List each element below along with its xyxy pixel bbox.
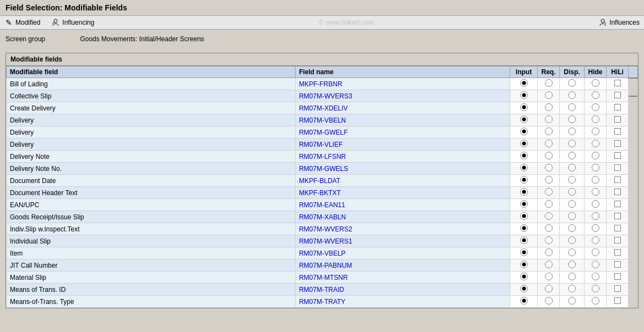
input-radio[interactable] (520, 285, 528, 292)
input-radio-cell[interactable] (510, 296, 538, 308)
hide-radio-cell[interactable] (585, 90, 607, 102)
req-radio[interactable] (545, 103, 553, 111)
hide-radio-cell[interactable] (585, 151, 607, 163)
hili-checkbox[interactable] (614, 285, 621, 292)
hili-checkbox[interactable] (614, 261, 621, 268)
hili-checkbox[interactable] (614, 80, 621, 86)
disp-radio-cell[interactable] (560, 223, 585, 235)
input-radio[interactable] (520, 91, 528, 99)
disp-radio-cell[interactable] (560, 78, 585, 90)
disp-radio-cell[interactable] (560, 235, 585, 247)
req-radio[interactable] (545, 248, 553, 256)
hide-radio-cell[interactable] (585, 102, 607, 114)
hili-checkbox[interactable] (614, 237, 621, 244)
disp-radio-cell[interactable] (560, 175, 585, 187)
hili-checkbox-cell[interactable] (607, 223, 629, 235)
hili-checkbox-cell[interactable] (607, 259, 629, 272)
disp-radio[interactable] (568, 188, 576, 196)
req-radio-cell[interactable] (538, 199, 560, 211)
hide-radio-cell[interactable] (585, 78, 607, 90)
input-radio-cell[interactable] (510, 151, 538, 163)
toolbar-influences[interactable]: Influences (598, 18, 640, 27)
hide-radio-cell[interactable] (585, 175, 607, 187)
input-radio[interactable] (520, 152, 528, 159)
toolbar-influencing[interactable]: Influencing (51, 18, 94, 27)
hili-checkbox-cell[interactable] (607, 126, 629, 139)
hili-checkbox[interactable] (614, 249, 621, 256)
req-radio[interactable] (545, 128, 553, 135)
hide-radio-cell[interactable] (585, 199, 607, 211)
input-radio[interactable] (520, 236, 528, 244)
req-radio-cell[interactable] (538, 139, 560, 151)
req-radio[interactable] (545, 212, 553, 220)
req-radio[interactable] (545, 140, 553, 147)
req-radio-cell[interactable] (538, 235, 560, 247)
hili-checkbox-cell[interactable] (607, 175, 629, 187)
input-radio-cell[interactable] (510, 211, 538, 223)
hili-checkbox[interactable] (614, 176, 621, 183)
hili-checkbox-cell[interactable] (607, 151, 629, 163)
disp-radio[interactable] (568, 297, 576, 305)
disp-radio-cell[interactable] (560, 139, 585, 151)
hide-radio-cell[interactable] (585, 187, 607, 199)
disp-radio[interactable] (568, 200, 576, 208)
hili-checkbox[interactable] (614, 128, 621, 135)
disp-radio-cell[interactable] (560, 187, 585, 199)
hili-checkbox[interactable] (614, 189, 621, 195)
disp-radio[interactable] (568, 212, 576, 220)
hide-radio[interactable] (592, 103, 599, 111)
hide-radio-cell[interactable] (585, 247, 607, 259)
hili-checkbox[interactable] (614, 140, 621, 147)
hili-checkbox[interactable] (614, 152, 621, 159)
hili-checkbox-cell[interactable] (607, 163, 629, 175)
input-radio[interactable] (520, 115, 528, 123)
disp-radio[interactable] (568, 140, 576, 147)
req-radio-cell[interactable] (538, 151, 560, 163)
input-radio-cell[interactable] (510, 223, 538, 235)
input-radio[interactable] (520, 188, 528, 196)
hili-checkbox-cell[interactable] (607, 187, 629, 199)
disp-radio-cell[interactable] (560, 284, 585, 296)
hili-checkbox[interactable] (614, 213, 621, 219)
disp-radio[interactable] (568, 273, 576, 280)
input-radio[interactable] (520, 261, 528, 268)
hide-radio[interactable] (592, 79, 599, 87)
disp-radio-cell[interactable] (560, 90, 585, 102)
req-radio-cell[interactable] (538, 78, 560, 90)
disp-radio-cell[interactable] (560, 272, 585, 284)
req-radio[interactable] (545, 164, 553, 171)
input-radio[interactable] (520, 200, 528, 208)
req-radio[interactable] (545, 261, 553, 268)
input-radio[interactable] (520, 224, 528, 232)
input-radio-cell[interactable] (510, 199, 538, 211)
disp-radio[interactable] (568, 236, 576, 244)
input-radio-cell[interactable] (510, 284, 538, 296)
input-radio-cell[interactable] (510, 139, 538, 151)
hide-radio[interactable] (592, 224, 599, 232)
req-radio-cell[interactable] (538, 272, 560, 284)
input-radio[interactable] (520, 212, 528, 220)
input-radio-cell[interactable] (510, 175, 538, 187)
hili-checkbox-cell[interactable] (607, 90, 629, 102)
req-radio-cell[interactable] (538, 163, 560, 175)
hide-radio[interactable] (592, 212, 599, 220)
input-radio[interactable] (520, 79, 528, 87)
req-radio[interactable] (545, 200, 553, 208)
req-radio-cell[interactable] (538, 90, 560, 102)
hili-checkbox[interactable] (614, 116, 621, 123)
disp-radio[interactable] (568, 285, 576, 292)
disp-radio-cell[interactable] (560, 259, 585, 272)
req-radio[interactable] (545, 115, 553, 123)
hide-radio[interactable] (592, 200, 599, 208)
input-radio-cell[interactable] (510, 163, 538, 175)
disp-radio[interactable] (568, 103, 576, 111)
req-radio-cell[interactable] (538, 284, 560, 296)
hili-checkbox[interactable] (614, 104, 621, 110)
hide-radio[interactable] (592, 115, 599, 123)
input-radio-cell[interactable] (510, 90, 538, 102)
disp-radio-cell[interactable] (560, 163, 585, 175)
req-radio[interactable] (545, 224, 553, 232)
input-radio-cell[interactable] (510, 247, 538, 259)
hide-radio[interactable] (592, 164, 599, 171)
hide-radio-cell[interactable] (585, 163, 607, 175)
